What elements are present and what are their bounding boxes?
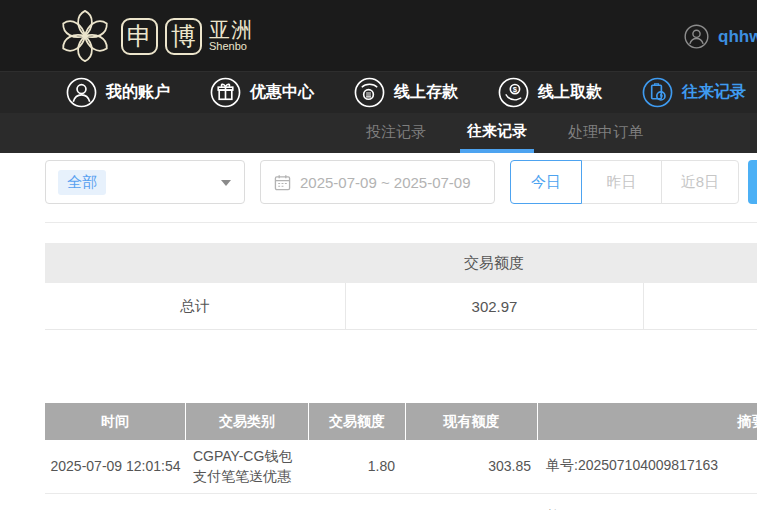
date-range-value: 2025-07-09 ~ 2025-07-09 [300, 174, 471, 191]
summary-total-value: 302.97 [345, 283, 643, 329]
col-header-summary: 摘要 [538, 403, 757, 440]
logo-region-cn: 亚洲 [209, 19, 253, 41]
col-header-balance: 现有额度 [406, 403, 538, 440]
filter-divider [45, 222, 757, 223]
brand-logo[interactable]: 申 博 亚洲 Shenbo [56, 7, 253, 65]
date-range-input[interactable]: 2025-07-09 ~ 2025-07-09 [260, 160, 495, 204]
nav-item-transaction-records[interactable]: 往来记录 [642, 77, 746, 108]
type-filter-select[interactable]: 全部 [45, 160, 245, 204]
table-row: 2025-07-09 12:01:54 CGPAY-CG钱包支付笔笔送优惠 1.… [45, 440, 757, 494]
tab-pending-orders[interactable]: 处理中订单 [568, 113, 643, 153]
svg-text:$: $ [513, 85, 518, 94]
records-clipboard-icon [642, 77, 673, 108]
col-header-time: 时间 [45, 403, 186, 440]
table-row: 2025-07-09 12:01:54 CGPAY支付 300.00 302.0… [45, 494, 757, 510]
gift-icon [210, 77, 241, 108]
nav-label: 优惠中心 [250, 82, 314, 103]
summary-table: 交易额度 总计 302.97 [45, 243, 757, 330]
summary-header-amount: 交易额度 [345, 254, 643, 273]
summary-empty-cell [643, 283, 757, 329]
nav-item-promotions[interactable]: 优惠中心 [210, 77, 314, 108]
last-8-days-button[interactable]: 近8日 [661, 160, 739, 204]
summary-total-row: 总计 302.97 [45, 283, 757, 330]
summary-table-header: 交易额度 [45, 243, 757, 283]
nav-item-my-account[interactable]: 我的账户 [66, 77, 170, 108]
calendar-icon [274, 174, 291, 191]
top-header: 申 博 亚洲 Shenbo qhhw [0, 0, 757, 71]
type-filter-selected-tag[interactable]: 全部 [58, 170, 106, 195]
nav-label: 往来记录 [682, 82, 746, 103]
cell-summary: 单号:202507104009817163 [538, 440, 757, 493]
cell-balance: 303.85 [406, 440, 538, 493]
transactions-table: 时间 交易类别 交易额度 现有额度 摘要 2025-07-09 12:01:54… [45, 403, 757, 510]
nav-label: 线上存款 [394, 82, 458, 103]
cell-balance: 302.05 [406, 494, 538, 510]
person-icon [66, 77, 97, 108]
nav-item-withdraw[interactable]: $ 线上取款 [498, 77, 602, 108]
user-account[interactable]: qhhw [684, 24, 757, 49]
col-header-amount: 交易额度 [309, 403, 406, 440]
yesterday-button[interactable]: 昨日 [581, 160, 662, 204]
nav-label: 我的账户 [106, 82, 170, 103]
cell-amount: 1.80 [309, 440, 406, 493]
main-navbar: 我的账户 优惠中心 线上存款 $ [0, 71, 757, 113]
nav-label: 线上取款 [538, 82, 602, 103]
cell-type: CGPAY-CG钱包支付笔笔送优惠 [186, 440, 309, 493]
tab-bet-records[interactable]: 投注记录 [366, 113, 426, 153]
today-button[interactable]: 今日 [510, 160, 582, 204]
col-header-type: 交易类别 [186, 403, 309, 440]
tab-transaction-records[interactable]: 往来记录 [460, 113, 534, 153]
logo-char-shen: 申 [121, 18, 158, 55]
deposit-coin-hand-icon [354, 77, 385, 108]
transactions-table-header: 时间 交易类别 交易额度 现有额度 摘要 [45, 403, 757, 440]
username-text: qhhw [718, 27, 757, 47]
summary-total-label: 总计 [45, 297, 345, 316]
logo-char-bo: 博 [165, 18, 202, 55]
chevron-down-icon [221, 180, 231, 186]
cell-summary: 单号:202507104009817163 [538, 494, 757, 510]
cell-amount: 300.00 [309, 494, 406, 510]
user-avatar-icon [684, 24, 709, 49]
withdraw-coin-hand-icon: $ [498, 77, 529, 108]
nav-item-deposit[interactable]: 线上存款 [354, 77, 458, 108]
flower-logo-icon [56, 7, 114, 65]
app-window: 申 博 亚洲 Shenbo qhhw 我的账户 [0, 0, 757, 510]
cell-time: 2025-07-09 12:01:54 [45, 494, 186, 510]
cell-time: 2025-07-09 12:01:54 [45, 440, 186, 493]
logo-region-en: Shenbo [209, 41, 253, 53]
cell-type: CGPAY支付 [186, 494, 309, 510]
search-button[interactable] [748, 160, 757, 204]
record-tabs: 投注记录 往来记录 处理中订单 [0, 113, 757, 153]
quick-date-buttons: 今日 昨日 近8日 [510, 160, 739, 204]
logo-region: 亚洲 Shenbo [209, 19, 253, 53]
